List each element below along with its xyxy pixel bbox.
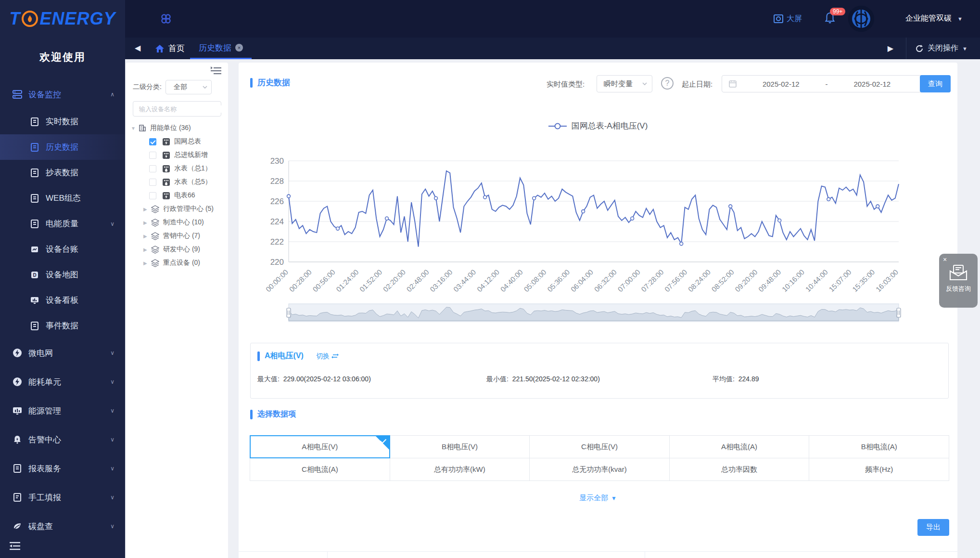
sidebar-item-meter-reading[interactable]: 抄表数据: [0, 160, 125, 185]
feedback-widget[interactable]: × 反馈咨询: [939, 254, 978, 308]
layers-icon: [151, 246, 159, 254]
tree-device-row[interactable]: 水表（总5）: [126, 175, 228, 189]
device-search-input[interactable]: [133, 105, 226, 113]
bolt-circle-icon: [13, 377, 22, 387]
tree-group-row[interactable]: ▶ 重点设备 (0): [126, 256, 228, 270]
tree-device-row[interactable]: 电表66: [126, 189, 228, 202]
top-header: 大屏 99+ 企业能管双碳 ▼: [125, 0, 980, 38]
sidebar-item-device-map[interactable]: D 设备地图: [0, 262, 125, 287]
svg-text:00:28:00: 00:28:00: [288, 268, 313, 293]
bell-icon: [13, 435, 22, 444]
chart-legend[interactable]: 国网总表-A相电压(V): [239, 120, 957, 131]
data-item-cell[interactable]: 总有功功率(kW): [390, 458, 530, 481]
svg-text:08:52:00: 08:52:00: [710, 268, 735, 293]
data-item-cell[interactable]: A相电流(A): [669, 435, 810, 458]
device-search-box: [133, 101, 221, 117]
svg-text:09:48:00: 09:48:00: [757, 268, 782, 293]
checkbox-unchecked[interactable]: [149, 179, 156, 186]
svg-text:05:08:00: 05:08:00: [522, 268, 547, 293]
tree-device-row[interactable]: 总进线新增: [126, 148, 228, 162]
checkbox-checked[interactable]: [149, 138, 156, 145]
data-item-cell[interactable]: B相电压(V): [390, 435, 530, 458]
sidebar-item-realtime-data[interactable]: 实时数据: [0, 109, 125, 134]
avatar[interactable]: [848, 6, 874, 32]
tree-root-row[interactable]: ▼ 用能单位 (36): [126, 121, 228, 135]
sidebar-item-manual-fill[interactable]: 手工填报 ∨: [0, 483, 125, 512]
big-screen-button[interactable]: 大屏: [773, 13, 802, 24]
sidebar-collapse-icon[interactable]: [9, 541, 21, 551]
sidebar-item-device-ledger[interactable]: 设备台账: [0, 236, 125, 262]
feedback-close-icon[interactable]: ×: [943, 256, 947, 263]
apps-icon[interactable]: [160, 13, 172, 25]
tree-group-row[interactable]: ▶ 研发中心 (9): [126, 243, 228, 256]
sidebar-item-report-service[interactable]: 报表服务 ∨: [0, 454, 125, 483]
help-icon[interactable]: ?: [661, 77, 674, 90]
stats-param-name: A相电压(V): [265, 351, 304, 361]
datazoom-handle-right[interactable]: [897, 308, 901, 317]
checkbox-unchecked[interactable]: [149, 152, 156, 159]
legend-marker: [548, 123, 567, 130]
data-item-cell[interactable]: 总无功功率(kvar): [529, 458, 670, 481]
datazoom-handle-left[interactable]: [287, 308, 291, 317]
export-button[interactable]: 导出: [917, 519, 949, 536]
data-item-cell[interactable]: 总功率因数: [669, 458, 810, 481]
data-table-top-edge: [239, 551, 957, 558]
data-item-cell[interactable]: C相电压(V): [529, 435, 670, 458]
org-switcher[interactable]: 企业能管双碳 ▼: [905, 13, 963, 24]
checkbox-unchecked[interactable]: [149, 192, 156, 199]
flame-icon: [22, 11, 38, 27]
tree-device-row[interactable]: 国网总表: [126, 135, 228, 148]
data-item-cell[interactable]: B相电流(A): [809, 435, 949, 458]
content-area: 二级分类: 全部 ▼ 用能单位 (36) 国网总表: [125, 59, 980, 558]
date-end-value[interactable]: 2025-02-12: [828, 80, 917, 88]
sidebar-item-web-config[interactable]: WEB组态: [0, 185, 125, 211]
date-start-value[interactable]: 2025-02-12: [737, 80, 826, 88]
query-button[interactable]: 查询: [920, 75, 951, 92]
svg-text:09:20:00: 09:20:00: [733, 268, 759, 293]
tree-group-row[interactable]: ▶ 制造中心 (10): [126, 216, 228, 229]
sidebar-item-event-data[interactable]: 事件数据: [0, 313, 125, 338]
close-operations-button[interactable]: 关闭操作 ▼: [906, 38, 980, 59]
chevron-up-icon: ∧: [110, 91, 115, 98]
sidebar-item-device-board[interactable]: 设备看板: [0, 287, 125, 313]
date-range-picker[interactable]: 2025-02-12 - 2025-02-12: [722, 75, 924, 92]
sidebar-item-device-monitoring[interactable]: 设备监控 ∧: [0, 80, 125, 109]
screen-icon: [773, 13, 784, 24]
sidebar-item-energy-unit[interactable]: 能耗单元 ∨: [0, 367, 125, 396]
tree-group-row[interactable]: ▶ 行政管理中心 (5): [126, 202, 228, 216]
sidebar-item-microgrid[interactable]: 微电网 ∨: [0, 338, 125, 367]
secondary-class-select[interactable]: 全部: [165, 80, 212, 94]
svg-text:D: D: [33, 273, 36, 278]
tab-scroll-left-icon[interactable]: ◀: [135, 43, 140, 52]
tab-close-icon[interactable]: ×: [235, 44, 243, 52]
svg-text:07:00:00: 07:00:00: [616, 268, 641, 293]
chevron-down-icon: [203, 86, 207, 89]
sidebar-item-carbon-audit[interactable]: 碳盘查 ∨: [0, 512, 125, 541]
data-item-cell[interactable]: 频率(Hz): [809, 458, 949, 481]
notification-bell[interactable]: 99+: [824, 12, 836, 27]
electric-meter-icon: [162, 138, 170, 146]
tab-scroll-right-icon[interactable]: ▶: [888, 44, 893, 53]
data-item-cell-selected[interactable]: A相电压(V): [250, 435, 390, 458]
sidebar-item-power-quality[interactable]: 电能质量 ∨: [0, 211, 125, 236]
data-item-cell[interactable]: C相电流(A): [250, 458, 390, 481]
layers-icon: [151, 205, 159, 213]
tree-device-row[interactable]: 水表（总1）: [126, 162, 228, 175]
org-name: 企业能管双碳: [905, 13, 952, 24]
sidebar-item-history-data[interactable]: 历史数据: [0, 134, 125, 160]
tab-history-data[interactable]: 历史数据 ×: [190, 38, 252, 59]
show-all-link[interactable]: 显示全部 ▼: [239, 493, 957, 503]
stats-bar-accent: [257, 351, 260, 361]
sidebar-item-label: 能耗单元: [28, 376, 61, 388]
switch-param-link[interactable]: 切换: [316, 352, 339, 361]
checkbox-unchecked[interactable]: [149, 165, 156, 172]
server-icon: [13, 90, 22, 99]
svg-text:06:04:00: 06:04:00: [569, 268, 595, 293]
svg-text:00:00:00: 00:00:00: [264, 268, 290, 293]
panel-collapse-icon[interactable]: [211, 66, 221, 75]
sidebar-item-alarm-center[interactable]: 告警中心 ∨: [0, 425, 125, 454]
tree-group-row[interactable]: ▶ 营销中心 (7): [126, 229, 228, 243]
realtime-type-select[interactable]: 瞬时变量: [597, 75, 652, 92]
tab-home[interactable]: 首页: [148, 38, 191, 59]
sidebar-item-energy-mgmt[interactable]: 能源管理 ∨: [0, 396, 125, 425]
